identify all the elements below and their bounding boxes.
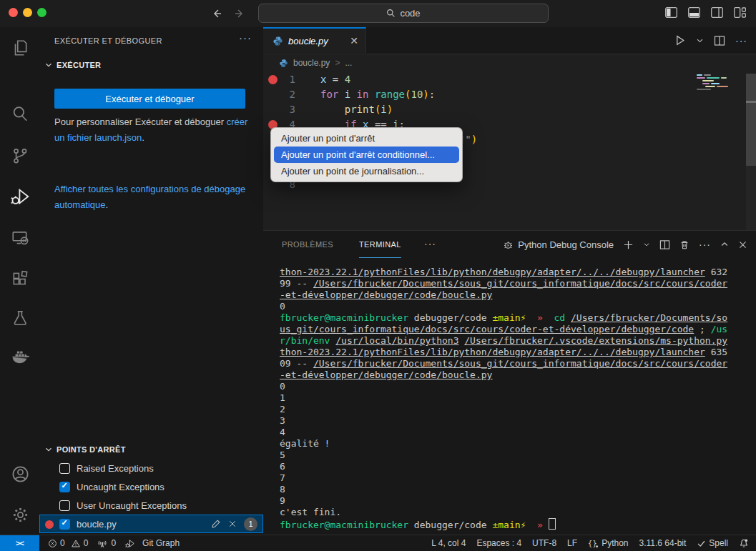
toggle-sidebar-icon[interactable] — [665, 7, 677, 18]
testing-icon[interactable] — [9, 307, 31, 329]
spell-status[interactable]: Spell — [697, 538, 728, 548]
ports-status[interactable]: 0 — [97, 538, 116, 548]
code-text: for i in range(10): — [320, 87, 435, 102]
line-number[interactable]: 1 — [263, 72, 295, 87]
terminal-text: debugger/code — [408, 520, 492, 530]
tab-terminal[interactable]: TERMINAL — [359, 231, 401, 258]
extensions-icon[interactable] — [9, 268, 31, 289]
terminal-text: -et-développer/debugger/code/boucle.py — [280, 289, 492, 300]
settings-gear-icon[interactable] — [9, 504, 31, 525]
toggle-secondary-sidebar-icon[interactable] — [711, 7, 723, 18]
terminal-text: ±main⚡ — [492, 312, 526, 323]
breakpoint-row[interactable]: User Uncaught Exceptions — [39, 496, 263, 515]
breakpoint-row[interactable]: Uncaught Exceptions — [39, 477, 263, 496]
line-number[interactable]: 2 — [263, 87, 295, 102]
breakpoint-checkbox[interactable] — [59, 463, 70, 474]
terminal-text: ; — [694, 324, 710, 334]
search-sidebar-icon[interactable] — [9, 103, 31, 124]
panel-more-actions-icon[interactable]: ··· — [699, 239, 711, 250]
code-token: ) — [387, 104, 393, 115]
tab-boucle-py[interactable]: boucle.py ✕ — [263, 27, 366, 53]
remote-indicator[interactable]: >< — [0, 535, 39, 551]
command-center-search[interactable]: code — [258, 4, 549, 23]
code-token: ) — [471, 134, 477, 145]
section-executer[interactable]: EXÉCUTER — [44, 60, 101, 70]
source-control-icon[interactable] — [9, 145, 31, 167]
run-dropdown-chevron-icon[interactable] — [696, 36, 704, 44]
editor-scrollbar[interactable] — [746, 74, 756, 232]
context-menu-item[interactable]: Ajouter un point de journalisation... — [274, 163, 459, 179]
breakpoint-checkbox[interactable] — [59, 500, 70, 511]
breadcrumb-symbol[interactable]: ... — [345, 58, 352, 68]
help-text-2: Afficher toutes les configurations de dé… — [54, 182, 249, 213]
git-graph-status[interactable]: Git Graph — [124, 538, 180, 549]
terminal-line: -et-développer/debugger/code/boucle.py — [280, 369, 747, 381]
breakpoint-checkbox[interactable] — [59, 519, 70, 530]
check-icon — [697, 539, 706, 548]
explorer-icon[interactable] — [9, 37, 31, 59]
terminal-instance-label[interactable]: Python Debug Console — [503, 239, 614, 250]
forward-arrow-icon[interactable] — [232, 6, 247, 21]
kill-terminal-trash-icon[interactable] — [679, 239, 689, 250]
language-status[interactable]: {} Python — [588, 538, 628, 548]
edit-pencil-icon[interactable] — [211, 519, 221, 529]
section-breakpoints[interactable]: POINTS D'ARRÊT — [44, 445, 126, 455]
macos-minimize-button[interactable] — [23, 8, 32, 17]
terminal-line: thon-2023.22.1/pythonFiles/lib/python/de… — [280, 347, 747, 358]
sidebar-more-icon[interactable]: ··· — [239, 31, 252, 44]
python-interpreter-status[interactable]: 3.11.6 64-bit — [639, 538, 686, 548]
encoding-status[interactable]: UTF-8 — [532, 538, 556, 548]
new-terminal-icon[interactable] — [623, 239, 634, 250]
notifications-bell[interactable] — [739, 538, 749, 548]
context-menu-item[interactable]: Ajouter un point d'arrêt conditionnel... — [274, 147, 459, 163]
code-text: x = 4 — [320, 72, 350, 87]
code-token: print — [345, 104, 375, 115]
breakpoint-row[interactable]: boucle.py1 — [39, 515, 263, 533]
search-icon — [386, 9, 396, 18]
tab-problems[interactable]: PROBLÈMES — [282, 231, 333, 257]
back-arrow-icon[interactable] — [209, 6, 225, 21]
indentation-status[interactable]: Espaces : 4 — [476, 538, 521, 548]
remove-breakpoint-icon[interactable] — [228, 520, 237, 528]
customize-layout-icon[interactable] — [734, 7, 746, 18]
eol-status[interactable]: LF — [567, 538, 577, 548]
terminal-output[interactable]: thon-2023.22.1/pythonFiles/lib/python/de… — [280, 267, 747, 530]
close-panel-icon[interactable] — [738, 240, 747, 249]
run-file-icon[interactable] — [674, 34, 686, 46]
editor-more-actions-icon[interactable]: ··· — [735, 35, 747, 46]
terminal-dropdown-chevron-icon[interactable] — [643, 241, 650, 248]
minimap[interactable] — [697, 74, 744, 91]
maximize-panel-icon[interactable] — [720, 240, 729, 249]
scrollbar-thumb[interactable] — [746, 74, 756, 166]
run-and-debug-icon[interactable] — [9, 186, 31, 207]
terminal-text: 9 — [280, 495, 285, 506]
breadcrumb[interactable]: boucle.py > ... — [263, 54, 756, 72]
problems-status[interactable]: 0 0 — [48, 538, 88, 548]
line-number[interactable]: 3 — [263, 102, 295, 117]
split-editor-icon[interactable] — [714, 35, 725, 46]
svg-text:{: { — [588, 540, 592, 547]
terminal-text: cd — [554, 312, 566, 323]
breadcrumb-file[interactable]: boucle.py — [293, 58, 330, 68]
cursor-position-status[interactable]: L 4, col 4 — [431, 538, 466, 548]
terminal-text: -et-développer/debugger/code/boucle.py — [280, 369, 492, 380]
breakpoint-checkbox[interactable] — [59, 482, 70, 492]
tab-close-icon[interactable]: ✕ — [350, 35, 358, 46]
breadcrumb-separator: > — [335, 58, 340, 68]
macos-zoom-button[interactable] — [37, 8, 46, 17]
macos-close-button[interactable] — [9, 8, 18, 17]
code-token — [320, 104, 345, 115]
run-debug-sidebar: EXÉCUTER ET DÉBOGUER ··· EXÉCUTER Exécut… — [39, 27, 264, 535]
account-icon[interactable] — [9, 463, 31, 485]
run-and-debug-button[interactable]: Exécuter et déboguer — [54, 89, 245, 109]
context-menu-item[interactable]: Ajouter un point d'arrêt — [274, 130, 459, 147]
code-token: i — [381, 104, 386, 115]
terminal-text: 5 — [280, 450, 285, 460]
panel-more-tabs-icon[interactable]: ··· — [424, 238, 436, 249]
toggle-panel-icon[interactable] — [688, 7, 700, 18]
breakpoint-row[interactable]: Raised Exceptions — [39, 459, 263, 477]
show-debug-configs-link[interactable]: Afficher toutes les configurations de dé… — [54, 184, 245, 210]
remote-explorer-icon[interactable] — [9, 227, 31, 249]
split-terminal-icon[interactable] — [659, 239, 670, 250]
docker-icon[interactable] — [9, 347, 31, 368]
